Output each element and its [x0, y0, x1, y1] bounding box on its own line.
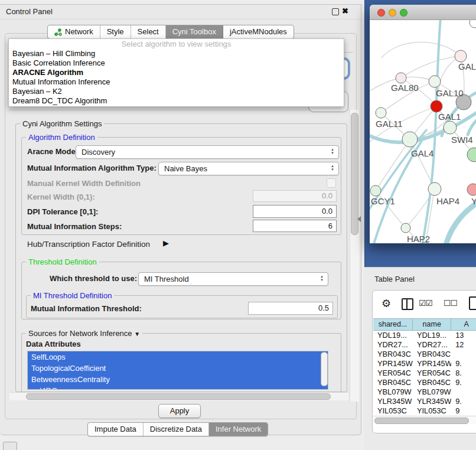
- table-column-header[interactable]: name: [413, 319, 451, 330]
- tab-style[interactable]: Style: [100, 25, 131, 38]
- table-row[interactable]: YBL079WYBL079W: [373, 387, 476, 397]
- table-column-header[interactable]: A: [451, 319, 476, 330]
- combo-arrows-icon: ▲▼: [331, 164, 334, 171]
- table-hscrollbar-track[interactable]: [373, 416, 476, 424]
- network-node-hap4[interactable]: [428, 182, 441, 195]
- bottom-tab-discretize-data[interactable]: Discretize Data: [144, 423, 209, 436]
- which-threshold-select[interactable]: MI Threshold ▲▼: [138, 272, 328, 286]
- network-node-gal11[interactable]: [376, 107, 386, 118]
- network-node-gal4[interactable]: [402, 132, 418, 147]
- network-node-gcy1[interactable]: [370, 185, 381, 196]
- tab-label: Select: [138, 25, 159, 38]
- hub-definition-toggle[interactable]: Hub/Transcription Factor Definition: [27, 240, 150, 249]
- document-icon[interactable]: [469, 296, 476, 310]
- unchecked-columns-icon[interactable]: ☐☐: [444, 298, 457, 308]
- network-edge[interactable]: [382, 42, 461, 58]
- table-hscrollbar-thumb[interactable]: [374, 418, 469, 424]
- bottom-tab-impute-data[interactable]: Impute Data: [88, 423, 144, 436]
- algorithm-dropdown-popup: Select algorithm to view settings Bayesi…: [8, 38, 344, 107]
- mi-steps-field[interactable]: 6: [253, 220, 337, 232]
- settings-hscrollbar-thumb[interactable]: [26, 393, 331, 400]
- table-row[interactable]: YPR145WYPR145W9.: [373, 359, 476, 369]
- table-row[interactable]: YBR043CYBR043C: [373, 350, 476, 359]
- algorithm-option[interactable]: ARACNE Algorithm: [9, 68, 344, 77]
- network-node-gal[interactable]: [455, 50, 467, 62]
- tab-label: Style: [107, 25, 124, 38]
- algorithm-option[interactable]: Bayesian – K2: [9, 87, 344, 96]
- mi-threshold-field[interactable]: 0.5: [248, 302, 333, 315]
- table-cell: 8.: [451, 369, 476, 378]
- algorithm-option[interactable]: Mutual Information Inference: [9, 77, 344, 87]
- tab-network[interactable]: Network: [48, 25, 100, 38]
- attribute-list-item[interactable]: SelfLoops: [28, 351, 328, 363]
- bottom-tab-infer-network[interactable]: Infer Network: [209, 423, 268, 436]
- aracne-mode-label: Aracne Mode:: [27, 147, 78, 156]
- network-node[interactable]: [470, 20, 476, 28]
- bottom-tab-label: Discretize Data: [150, 423, 202, 436]
- mi-type-select[interactable]: Naive Bayes ▲▼: [158, 162, 339, 175]
- close-traffic-light-icon[interactable]: [377, 9, 385, 17]
- table-cell: YPR145W: [413, 359, 451, 369]
- network-node-swi4[interactable]: [444, 121, 457, 134]
- network-node-label: GCY1: [371, 196, 395, 206]
- attribute-list-item[interactable]: gal4RGexp: [28, 385, 328, 390]
- dpi-tolerance-field[interactable]: 0.0: [253, 205, 337, 218]
- table-cell: YBL079W: [413, 387, 451, 397]
- tab-jactivemnodules[interactable]: jActiveMNodules: [223, 25, 294, 38]
- mi-type-label: Mutual Information Algorithm Type:: [27, 164, 157, 172]
- attribute-list-item[interactable]: TopologicalCoefficient: [28, 363, 328, 374]
- kernel-width-label: Kernel Width (0,1):: [27, 193, 95, 201]
- algorithm-option[interactable]: Dream8 DC_TDC Algorithm: [9, 96, 344, 106]
- network-canvas[interactable]: GALGAL80GAL10GAL1GAL11SWI4GAL4GCY1HAP4YH…: [370, 20, 476, 243]
- table-body: YDL19...YDL19...13YDR27...YDR27...12YBR0…: [373, 331, 476, 415]
- table-cell: YBL079W: [373, 387, 413, 397]
- tab-label: Cyni Toolbox: [172, 25, 216, 38]
- panel-collapse-arrow-icon[interactable]: [357, 216, 361, 222]
- which-threshold-label: Which threshold to use:: [50, 274, 137, 283]
- network-edge[interactable]: [376, 139, 410, 191]
- tab-label: jActiveMNodules: [230, 25, 287, 38]
- network-node-gal80[interactable]: [396, 73, 406, 83]
- table-cell: YER054C: [373, 369, 413, 378]
- table-row[interactable]: YDR27...YDR27...12: [373, 340, 476, 350]
- table-cell: 9: [451, 406, 476, 415]
- checked-columns-icon[interactable]: ☑☑: [419, 298, 432, 308]
- aracne-mode-select[interactable]: Discovery ▲▼: [76, 145, 339, 159]
- tab-cyni-toolbox[interactable]: Cyni Toolbox: [166, 25, 223, 38]
- tab-label: Network: [65, 25, 93, 38]
- attributes-scrollbar[interactable]: [321, 352, 328, 386]
- network-node-hap2[interactable]: [401, 223, 410, 233]
- algorithm-option[interactable]: Basic Correlation Inference: [9, 58, 344, 68]
- network-window-titlebar[interactable]: [370, 5, 476, 20]
- network-node[interactable]: [467, 148, 476, 162]
- network-node-y[interactable]: [467, 184, 476, 195]
- group-title: Sources for Network Inference ▼: [26, 329, 142, 338]
- chevron-down-icon[interactable]: ▼: [134, 331, 140, 337]
- network-node-gal10[interactable]: [429, 76, 441, 87]
- combo-arrows-icon: ▲▼: [331, 148, 334, 155]
- chevron-right-icon[interactable]: ▶: [163, 239, 169, 247]
- algorithm-option[interactable]: Bayesian – Hill Climbing: [9, 49, 344, 58]
- table-row[interactable]: YDL19...YDL19...13: [373, 331, 476, 340]
- attribute-list-item[interactable]: BetweennessCentrality: [28, 374, 328, 385]
- table-row[interactable]: YBR045CYBR045C9.: [373, 378, 476, 387]
- network-node-label: SWI4: [451, 135, 473, 145]
- table-row[interactable]: YIL053CYIL053C9: [373, 406, 476, 415]
- split-view-icon[interactable]: [402, 298, 413, 310]
- gear-icon[interactable]: ⚙: [382, 297, 391, 310]
- close-icon[interactable]: ✖: [342, 6, 348, 15]
- kernel-width-field[interactable]: 0.0: [253, 190, 337, 202]
- tab-select[interactable]: Select: [131, 25, 166, 38]
- manual-kernel-checkbox[interactable]: [327, 178, 336, 188]
- collapsed-panel-button[interactable]: [3, 442, 17, 450]
- group-title: Threshold Definition: [26, 257, 99, 266]
- network-edge[interactable]: [401, 56, 461, 78]
- table-column-header[interactable]: shared...: [373, 319, 413, 330]
- table-row[interactable]: YER054CYER054C8.: [373, 369, 476, 378]
- table-row[interactable]: YLR345WYLR345W9.: [373, 397, 476, 406]
- float-window-icon[interactable]: [332, 8, 339, 15]
- minimize-traffic-light-icon[interactable]: [389, 9, 396, 17]
- apply-button[interactable]: Apply: [158, 404, 201, 418]
- network-node-gal1[interactable]: [431, 100, 442, 112]
- zoom-traffic-light-icon[interactable]: [400, 9, 407, 17]
